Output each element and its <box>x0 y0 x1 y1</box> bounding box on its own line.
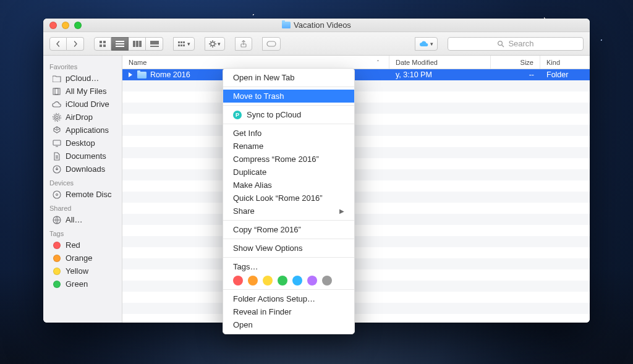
context-menu-item[interactable]: Make Alias <box>223 179 354 192</box>
sidebar-item[interactable]: Red <box>43 239 122 252</box>
sidebar-item[interactable]: iCloud Drive <box>43 98 122 111</box>
search-input[interactable]: Search <box>448 37 584 51</box>
back-button[interactable] <box>49 37 67 51</box>
column-view-button[interactable] <box>129 37 146 51</box>
cloud-button[interactable]: ▾ <box>415 37 438 51</box>
table-row-empty[interactable] <box>122 158 590 169</box>
context-menu-item[interactable]: Move to Trash <box>223 90 354 103</box>
coverflow-view-button[interactable] <box>146 37 163 51</box>
table-row-empty[interactable] <box>122 236 590 247</box>
column-header-name[interactable]: Name ˆ <box>122 56 389 69</box>
tag-color-swatch[interactable] <box>278 276 287 286</box>
table-row-empty[interactable] <box>122 80 590 91</box>
context-menu[interactable]: Open in New TabMove to TrashPSync to pCl… <box>223 68 355 334</box>
icon-view-button[interactable] <box>94 37 111 51</box>
svg-rect-10 <box>150 41 159 44</box>
context-menu-item[interactable]: Tags… <box>223 260 354 273</box>
tag-color-swatch[interactable] <box>233 276 243 286</box>
titlebar[interactable]: Vacation Videos <box>43 19 590 32</box>
context-menu-item[interactable]: Compress “Rome 2016” <box>223 153 354 166</box>
table-row-empty[interactable] <box>122 180 590 192</box>
disclosure-icon[interactable] <box>129 72 132 77</box>
table-row-empty[interactable] <box>122 247 590 258</box>
minimize-window-button[interactable] <box>62 22 69 29</box>
edit-tags-button[interactable] <box>262 37 281 51</box>
sidebar-item[interactable]: Documents <box>43 150 122 163</box>
table-row-empty[interactable] <box>122 214 590 225</box>
sidebar-item[interactable]: Remote Disc <box>43 188 122 201</box>
cell-date: y, 3:10 PM <box>389 70 491 79</box>
table-row-empty[interactable] <box>122 125 590 136</box>
context-menu-item-label: Rename <box>233 142 263 151</box>
context-menu-separator <box>223 220 354 221</box>
context-menu-item[interactable]: Quick Look “Rome 2016” <box>223 192 354 205</box>
sidebar-item-label: Downloads <box>66 164 105 174</box>
table-row-empty[interactable] <box>122 203 590 214</box>
context-menu-item[interactable]: Get Info <box>223 127 354 140</box>
context-menu-item-label: Duplicate <box>233 167 266 177</box>
table-row-empty[interactable] <box>122 136 590 147</box>
columns-icon <box>133 41 142 47</box>
table-row-empty[interactable] <box>122 91 590 103</box>
sidebar-item[interactable]: pCloud… <box>43 72 122 85</box>
table-row-empty[interactable] <box>122 281 590 292</box>
sidebar-item[interactable]: All My Files <box>43 85 122 98</box>
sidebar-item[interactable]: Downloads <box>43 163 122 176</box>
chevron-down-icon: ▾ <box>218 41 221 47</box>
forward-button[interactable] <box>67 37 84 51</box>
network-icon <box>52 216 62 224</box>
context-menu-item[interactable]: Open in New Tab <box>223 71 354 84</box>
tag-color-swatch[interactable] <box>292 276 302 286</box>
table-row-empty[interactable] <box>122 114 590 125</box>
sidebar-item[interactable]: Yellow <box>43 265 122 277</box>
table-row-empty[interactable] <box>122 258 590 269</box>
table-row-empty[interactable] <box>122 303 590 314</box>
context-menu-item[interactable]: PSync to pCloud <box>223 108 354 121</box>
context-menu-item[interactable]: Show View Options <box>223 242 354 255</box>
table-row-empty[interactable] <box>122 192 590 203</box>
table-row-empty[interactable] <box>122 169 590 180</box>
context-menu-item[interactable]: Share▶ <box>223 205 354 218</box>
sidebar-item[interactable]: Desktop <box>43 137 122 150</box>
sidebar-item[interactable]: Green <box>43 277 122 290</box>
table-row-empty[interactable] <box>122 292 590 303</box>
table-row[interactable]: Rome 2016y, 3:10 PM--Folder <box>122 69 590 80</box>
sidebar[interactable]: FavoritespCloud…All My FilesiCloud Drive… <box>43 56 122 323</box>
share-button[interactable] <box>235 37 252 51</box>
tag-color-swatch[interactable] <box>248 276 258 286</box>
sidebar-item[interactable]: Applications <box>43 124 122 137</box>
tag-color-swatch[interactable] <box>263 276 273 286</box>
chevron-down-icon: ▾ <box>187 41 190 47</box>
context-menu-item[interactable]: Reveal in Finder <box>223 305 354 318</box>
context-menu-item[interactable]: Folder Actions Setup… <box>223 292 354 305</box>
list-view-button[interactable] <box>111 37 129 51</box>
context-menu-item[interactable]: Rename <box>223 140 354 153</box>
rows-container[interactable]: Rome 2016y, 3:10 PM--Folder <box>122 69 590 323</box>
column-header-kind[interactable]: Kind <box>540 56 590 69</box>
action-button[interactable]: ▾ <box>205 37 225 51</box>
context-menu-item-label: Folder Actions Setup… <box>233 294 315 303</box>
table-row-empty[interactable] <box>122 225 590 236</box>
zoom-window-button[interactable] <box>74 22 82 29</box>
table-row-empty[interactable] <box>122 103 590 114</box>
tag-color-swatch[interactable] <box>307 276 317 286</box>
submenu-icon: ▶ <box>339 208 344 214</box>
column-header-date[interactable]: Date Modified <box>389 56 491 69</box>
context-menu-item[interactable]: Copy “Rome 2016” <box>223 223 354 236</box>
share-icon <box>240 40 247 48</box>
table-row-empty[interactable] <box>122 269 590 281</box>
context-menu-item[interactable]: Duplicate <box>223 166 354 179</box>
column-header-size[interactable]: Size <box>491 56 540 69</box>
tag-color-swatch[interactable] <box>322 276 332 286</box>
context-menu-item[interactable]: Open <box>223 318 354 331</box>
context-menu-item-label: Sync to pCloud <box>247 110 301 119</box>
sidebar-item[interactable]: All… <box>43 213 122 226</box>
sidebar-item[interactable]: Orange <box>43 252 122 265</box>
table-row-empty[interactable] <box>122 314 590 323</box>
arrange-button[interactable]: ▾ <box>173 37 195 51</box>
sort-ascending-icon: ˆ <box>377 59 379 66</box>
context-menu-separator <box>223 289 354 290</box>
close-window-button[interactable] <box>49 22 57 29</box>
sidebar-item[interactable]: AirDrop <box>43 111 122 124</box>
table-row-empty[interactable] <box>122 147 590 158</box>
